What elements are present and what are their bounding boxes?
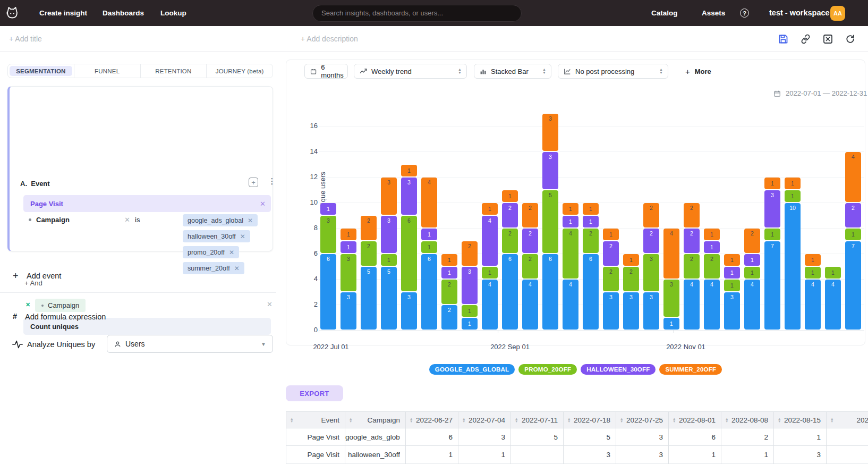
table-header-cell[interactable]: ▲▼Event bbox=[286, 411, 345, 428]
avatar[interactable]: AA bbox=[830, 6, 845, 21]
bar-segment[interactable]: 1 bbox=[441, 254, 457, 266]
bar-segment[interactable]: 7 bbox=[845, 241, 861, 330]
bar-segment[interactable]: 4 bbox=[744, 280, 760, 330]
filter-operator[interactable]: is bbox=[135, 216, 140, 224]
bar-segment[interactable]: 1 bbox=[341, 241, 356, 253]
sort-icon[interactable]: ▲▼ bbox=[349, 417, 352, 423]
bar-segment[interactable]: 1 bbox=[563, 216, 578, 227]
bar-segment[interactable]: 1 bbox=[724, 267, 740, 279]
bar-segment[interactable]: 3 bbox=[401, 178, 417, 215]
nav-dashboards[interactable]: Dashboards bbox=[103, 0, 144, 26]
sort-icon[interactable]: ▲▼ bbox=[410, 417, 413, 423]
table-header-cell[interactable]: ▲▼2022-07-18 bbox=[564, 411, 616, 428]
bar-segment[interactable]: 6 bbox=[583, 254, 599, 330]
bar-segment[interactable]: 1 bbox=[441, 267, 457, 279]
bar-segment[interactable]: 5 bbox=[542, 190, 558, 253]
bar-segment[interactable]: 3 bbox=[764, 190, 780, 227]
bar-segment[interactable]: 4 bbox=[663, 229, 679, 279]
filter-value-tag[interactable]: halloween_30off✕ bbox=[183, 230, 250, 242]
bar-segment[interactable]: 3 bbox=[341, 254, 356, 291]
filter-value-tag[interactable]: google_ads_global✕ bbox=[183, 214, 258, 226]
bar-segment[interactable]: 2 bbox=[643, 229, 659, 253]
legend-pill[interactable]: GOOGLE_ADS_GLOBAL bbox=[429, 364, 515, 375]
remove-breakdown-icon[interactable]: ✕ bbox=[25, 301, 30, 308]
table-header-cell[interactable]: ▲▼2022-06-27 bbox=[406, 411, 458, 428]
workspace-name[interactable]: test - workspace bbox=[769, 0, 830, 26]
sort-icon[interactable]: ▲▼ bbox=[778, 417, 781, 423]
analyze-by-select[interactable]: Users ▼ bbox=[107, 335, 273, 353]
bar-segment[interactable]: 1 bbox=[421, 241, 437, 253]
bar-segment[interactable]: 2 bbox=[361, 241, 377, 266]
bar-segment[interactable]: 2 bbox=[522, 229, 538, 253]
close-square-icon[interactable] bbox=[823, 34, 833, 44]
table-header-cell[interactable]: ▲▼2022-08-01 bbox=[669, 411, 721, 428]
bar-segment[interactable]: 4 bbox=[482, 280, 498, 330]
filter-property[interactable]: Campaign bbox=[36, 216, 70, 224]
bar-segment[interactable]: 6 bbox=[421, 254, 437, 330]
tab-retention[interactable]: RETENTION bbox=[140, 64, 207, 78]
bar-segment[interactable]: 2 bbox=[643, 203, 659, 227]
bar-segment[interactable]: 4 bbox=[805, 280, 821, 330]
bar-segment[interactable]: 2 bbox=[441, 280, 457, 304]
global-search-input[interactable]: Search insights, dashboards, or users... bbox=[312, 5, 522, 22]
bar-segment[interactable]: 2 bbox=[684, 229, 700, 253]
bar-segment[interactable]: 1 bbox=[805, 267, 821, 279]
sort-icon[interactable]: ▲▼ bbox=[462, 417, 465, 423]
bar-segment[interactable]: 6 bbox=[542, 254, 558, 330]
filter-value-tag[interactable]: summer_20off✕ bbox=[183, 262, 244, 274]
bar-segment[interactable]: 4 bbox=[421, 178, 437, 227]
bar-segment[interactable]: 2 bbox=[704, 254, 720, 279]
bar-segment[interactable]: 1 bbox=[825, 267, 841, 279]
bar-segment[interactable]: 1 bbox=[320, 203, 336, 215]
bar-segment[interactable]: 1 bbox=[704, 241, 720, 253]
bar-segment[interactable]: 1 bbox=[704, 229, 720, 240]
bar-segment[interactable]: 2 bbox=[583, 229, 599, 253]
nav-create-insight[interactable]: Create insight bbox=[39, 0, 87, 26]
bar-segment[interactable]: 4 bbox=[563, 229, 578, 279]
save-icon[interactable] bbox=[778, 34, 788, 44]
bar-segment[interactable]: 1 bbox=[341, 229, 356, 240]
post-processing-select[interactable]: No post processing ▲▼ bbox=[558, 64, 668, 79]
bar-segment[interactable]: 4 bbox=[704, 280, 720, 330]
bar-segment[interactable]: 2 bbox=[441, 305, 457, 330]
table-header-cell[interactable]: ▲▼2022-07-04 bbox=[458, 411, 511, 428]
remove-tag-icon[interactable]: ✕ bbox=[234, 265, 240, 272]
bar-segment[interactable]: 2 bbox=[603, 267, 619, 291]
bar-segment[interactable]: 1 bbox=[482, 203, 498, 215]
bar-segment[interactable]: 4 bbox=[482, 216, 498, 266]
bar-segment[interactable]: 2 bbox=[684, 254, 700, 279]
bar-segment[interactable]: 1 bbox=[764, 178, 780, 189]
chart-type-select[interactable]: Stacked Bar ▲▼ bbox=[474, 64, 551, 79]
bar-segment[interactable]: 2 bbox=[502, 203, 518, 227]
bar-segment[interactable]: 3 bbox=[542, 152, 558, 189]
sort-icon[interactable]: ▲▼ bbox=[830, 417, 833, 423]
add-formula-button[interactable]: Add formula expression bbox=[25, 313, 106, 321]
tab-journey[interactable]: JOURNEY (beta) bbox=[206, 64, 273, 78]
bar-segment[interactable]: 1 bbox=[381, 254, 397, 266]
legend-pill[interactable]: PROMO_20OFF bbox=[518, 364, 577, 375]
filter-value-tag[interactable]: promo_20off✕ bbox=[183, 246, 239, 258]
sort-icon[interactable]: ▲▼ bbox=[515, 417, 518, 423]
table-header-cell[interactable]: ▲▼2022-07-25 bbox=[616, 411, 669, 428]
bar-segment[interactable]: 1 bbox=[583, 216, 599, 227]
bar-segment[interactable]: 4 bbox=[845, 152, 861, 202]
bar-segment[interactable]: 1 bbox=[583, 203, 599, 215]
bar-segment[interactable]: 1 bbox=[401, 165, 417, 176]
app-logo-cat-icon[interactable] bbox=[5, 5, 20, 22]
add-filter-icon[interactable]: + bbox=[249, 178, 258, 187]
sort-icon[interactable]: ▲▼ bbox=[620, 417, 623, 423]
more-button[interactable]: +More bbox=[685, 64, 711, 79]
bar-segment[interactable]: 1 bbox=[623, 254, 639, 266]
bar-segment[interactable]: 6 bbox=[502, 254, 518, 330]
add-description-placeholder[interactable]: + Add description bbox=[301, 26, 358, 52]
remove-tag-icon[interactable]: ✕ bbox=[240, 233, 245, 240]
bar-segment[interactable]: 2 bbox=[361, 216, 377, 240]
bar-segment[interactable]: 1 bbox=[724, 254, 740, 266]
tab-funnel[interactable]: FUNNEL bbox=[74, 64, 140, 78]
nav-catalog[interactable]: Catalog bbox=[651, 0, 678, 26]
legend-pill[interactable]: HALLOWEEN_30OFF bbox=[581, 364, 656, 375]
bar-segment[interactable]: 5 bbox=[381, 267, 397, 330]
bar-segment[interactable]: 2 bbox=[522, 254, 538, 279]
trend-select[interactable]: Weekly trend ▲▼ bbox=[354, 64, 467, 79]
bar-segment[interactable]: 6 bbox=[320, 254, 336, 330]
